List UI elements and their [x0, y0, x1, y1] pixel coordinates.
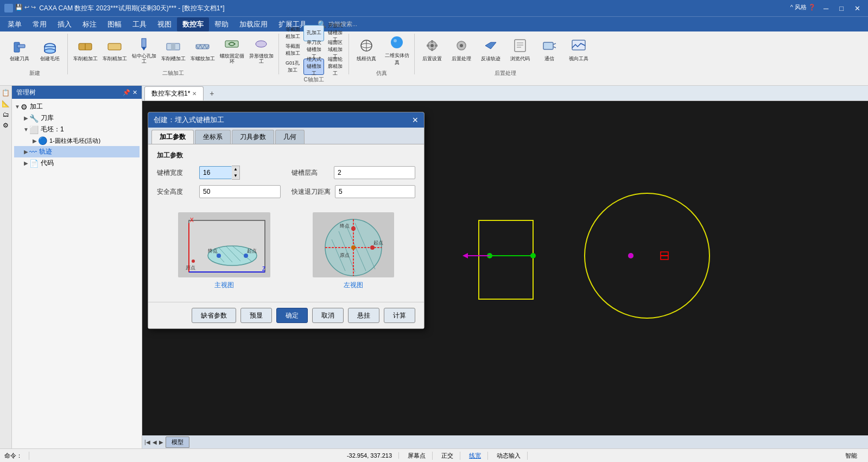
restore-button[interactable]: □ — [836, 3, 847, 14]
post-proc-button[interactable]: 后置处理 — [447, 31, 476, 68]
canvas-nav-prev[interactable]: ◀ — [153, 439, 157, 445]
preview-button[interactable]: 预显 — [240, 308, 272, 323]
g01-drill-button[interactable]: G01孔加工 — [282, 59, 303, 75]
post-set-button[interactable]: 后置设置 — [418, 31, 446, 68]
comm-button[interactable]: 通信 — [535, 31, 563, 68]
tree-item-maopi[interactable]: ▼ ⬜ 毛坯：1 — [14, 124, 140, 135]
side-tool-3[interactable]: 🗂 — [1, 110, 11, 119]
svg-point-74 — [370, 245, 375, 250]
menu-bangzhu[interactable]: 帮助 — [209, 17, 234, 31]
single-key-button[interactable]: 单刀次键槽加工 — [303, 42, 324, 58]
tree-item-daima[interactable]: ▶ 📄 代码 — [14, 157, 140, 169]
panel-close-button[interactable]: ✕ — [132, 89, 137, 96]
view-tool-button[interactable]: 视向工具 — [565, 31, 593, 68]
wireframe-sim-button[interactable]: 线框仿真 — [352, 31, 381, 68]
browse-code-button[interactable]: 浏览代码 — [506, 31, 534, 68]
retract-dist-input[interactable] — [335, 185, 415, 198]
doc-tab-active[interactable]: 数控车文档1* ✕ — [144, 86, 204, 100]
minimize-button[interactable]: ─ — [820, 3, 832, 14]
face-area-button[interactable]: 端面区域粗加工 — [325, 42, 345, 58]
front-view-label[interactable]: 主视图 — [214, 281, 234, 290]
expand-icon-guiji[interactable]: ▶ — [23, 149, 29, 155]
confirm-button[interactable]: 确定 — [276, 308, 308, 323]
status-bar: 命令： -32.954, 337.213 屏幕点 正交 线宽 动态输入 智能 — [0, 448, 868, 462]
canvas-nav-next[interactable]: ▶ — [159, 439, 163, 445]
left-view-label[interactable]: 左视图 — [344, 281, 363, 290]
tree-item-guiji[interactable]: ▶ 〰 轨迹 — [14, 146, 140, 157]
menu-shitu[interactable]: 视图 — [152, 17, 177, 31]
close-button[interactable]: ✕ — [851, 3, 864, 14]
panel-title: 管理树 — [16, 88, 36, 97]
side-tool-2[interactable]: 📐 — [1, 99, 11, 109]
menu-gongju[interactable]: 工具 — [127, 17, 152, 31]
menu-charu[interactable]: 插入 — [52, 17, 77, 31]
doc-tab-add-button[interactable]: + — [205, 87, 219, 99]
doc-tab-bar: 数控车文档1* ✕ + — [142, 86, 868, 101]
drill-work-button[interactable]: 孔加工 — [303, 25, 324, 41]
special-groove-button[interactable]: 异形缝纹加工 — [247, 31, 275, 68]
status-mode-dongtai[interactable]: 动态输入 — [497, 452, 528, 460]
status-mode-xianku[interactable]: 线宽 — [469, 452, 488, 460]
form-row-safe-height: 安全高度 — [157, 185, 281, 198]
side-tool-4[interactable]: ⚙ — [1, 121, 11, 130]
face-finish-button[interactable]: 端面轮廓精加工 — [325, 59, 345, 75]
dialog-tab-tool-params[interactable]: 刀具参数 — [232, 130, 274, 144]
create-tool-button[interactable]: 创建刀具 — [5, 31, 34, 68]
finish-turn-button[interactable]: 车削精加工 — [100, 31, 129, 68]
panel-pin-button[interactable]: 📌 — [123, 89, 130, 96]
side-tool-1[interactable]: 📋 — [1, 88, 11, 98]
status-mode-zhineng[interactable]: 智能 — [845, 452, 864, 460]
doc-tab-close-button[interactable]: ✕ — [192, 91, 197, 97]
finish-turn-icon — [106, 38, 123, 55]
canvas-area[interactable]: 创建：埋入式键槽加工 ✕ 加工参数 坐标系 刀 — [142, 101, 868, 448]
open-key-button[interactable]: 开放式键槽加工 — [325, 25, 345, 41]
back-trace-button[interactable]: 反读轨迹 — [477, 31, 505, 68]
drill-center-button[interactable]: 钻中心孔加工 — [130, 31, 158, 68]
suspend-button[interactable]: 悬挂 — [348, 308, 379, 323]
key-height-input[interactable] — [334, 166, 415, 179]
panel-header-icons[interactable]: 📌 ✕ — [123, 89, 137, 96]
key-width-up-button[interactable]: ▲ — [232, 166, 239, 173]
window-controls[interactable]: ^ 风格 ❓ ─ □ ✕ — [790, 3, 864, 14]
expand-icon-daoku[interactable]: ▶ — [23, 115, 29, 121]
buried-key-button[interactable]: 埋入式键槽加工 — [303, 59, 324, 75]
new-group-label: 新建 — [29, 69, 40, 77]
status-screen-point: 屏幕点 — [408, 452, 433, 460]
menu-jiazai[interactable]: 加载应用 — [234, 17, 273, 31]
key-width-down-button[interactable]: ▼ — [232, 173, 239, 179]
rough-turn-button[interactable]: 车削粗加工 — [71, 31, 99, 68]
default-params-button[interactable]: 缺省参数 — [192, 308, 236, 323]
menu-caidan[interactable]: 菜单 — [2, 17, 27, 31]
safe-height-input[interactable] — [199, 185, 281, 198]
menu-biaozhu[interactable]: 标注 — [77, 17, 102, 31]
expand-icon-jiagong[interactable]: ▼ — [14, 104, 21, 110]
status-mode-zhenjiao[interactable]: 正交 — [441, 452, 460, 460]
tree-item-yuanzhu[interactable]: ▶ 🔵 1-圆柱体毛坯(活动) — [14, 135, 140, 146]
menu-changyong[interactable]: 常用 — [27, 17, 52, 31]
cancel-button[interactable]: 取消 — [312, 308, 344, 323]
fixed-cycle-button[interactable]: 螺纹固定循环 — [218, 31, 246, 68]
toolbar-group-new: 创建刀具 创建毛坯 新建 — [2, 34, 68, 74]
right-area: 数控车文档1* ✕ + — [142, 86, 868, 448]
canvas-model-tab[interactable]: 模型 — [166, 436, 189, 448]
menu-shukongche[interactable]: 数控车 — [177, 17, 209, 31]
dialog-tab-geometry[interactable]: 几何 — [275, 130, 305, 144]
menu-tufu[interactable]: 图幅 — [102, 17, 127, 31]
face-rough-button[interactable]: 等截面粗加工 — [282, 25, 303, 41]
groove-turn-button[interactable]: 车削槽加工 — [159, 31, 187, 68]
tree-item-daoku[interactable]: ▶ 🔧 刀库 — [14, 112, 140, 124]
calculate-button[interactable]: 计算 — [384, 308, 415, 323]
face-rough2-button[interactable]: 等截面精加工 — [282, 42, 303, 58]
dialog-tab-machining-params[interactable]: 加工参数 — [151, 130, 194, 144]
canvas-nav-first[interactable]: |◀ — [144, 439, 150, 445]
tree-item-jiagong[interactable]: ▼ ⚙ 加工 — [14, 101, 140, 112]
solid-sim-button[interactable]: 二维实体仿真 — [383, 31, 411, 68]
expand-icon-yuanzhu[interactable]: ▶ — [31, 138, 38, 144]
dialog-tab-coordinates[interactable]: 坐标系 — [195, 130, 231, 144]
key-width-input[interactable] — [199, 166, 232, 179]
create-blank-button[interactable]: 创建毛坯 — [36, 31, 64, 68]
thread-turn-button[interactable]: 车螺纹加工 — [188, 31, 217, 68]
dialog-close-button[interactable]: ✕ — [412, 116, 419, 124]
expand-icon-daima[interactable]: ▶ — [23, 160, 29, 166]
expand-icon-maopi[interactable]: ▼ — [23, 126, 29, 132]
